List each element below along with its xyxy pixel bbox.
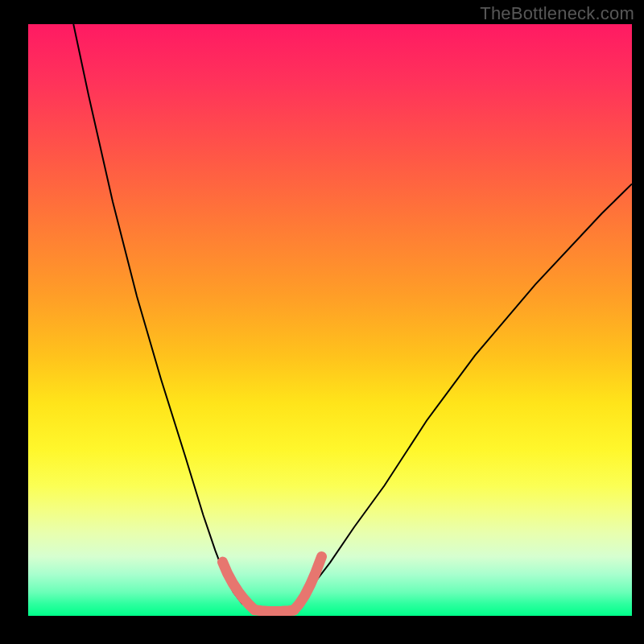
plot-area xyxy=(28,24,632,616)
series-curve-left xyxy=(73,24,242,604)
series-curve-right xyxy=(300,184,633,604)
chart-frame: TheBottleneck.com xyxy=(0,0,644,644)
series-overlay-salmon-right xyxy=(294,557,322,611)
series-overlay-salmon-bottom xyxy=(254,610,294,612)
series-overlay-salmon-left xyxy=(223,562,255,610)
watermark-text: TheBottleneck.com xyxy=(480,3,634,24)
curve-layer xyxy=(28,24,632,616)
